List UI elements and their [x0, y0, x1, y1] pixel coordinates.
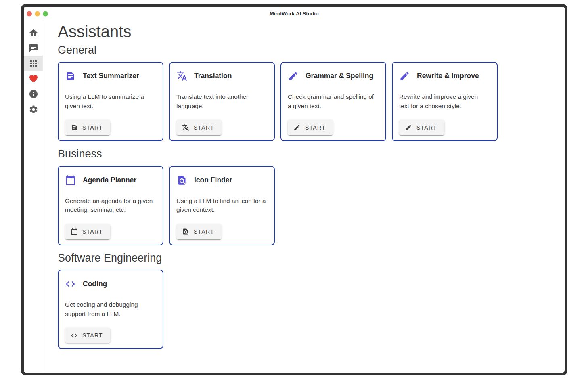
- apps-icon: [29, 59, 38, 68]
- section-heading: General: [58, 44, 555, 57]
- assistant-card: Rewrite & ImproveRewrite and improve a g…: [392, 62, 498, 141]
- card-description: Using a LLM to find an icon for a given …: [176, 197, 268, 215]
- card-description: Using a LLM to summarize a given text.: [65, 92, 156, 111]
- start-button[interactable]: START: [176, 120, 222, 135]
- start-button-label: START: [416, 124, 437, 131]
- chat-icon: [29, 43, 38, 53]
- info-icon: [29, 89, 38, 99]
- start-button-label: START: [82, 228, 103, 235]
- card-description: Get coding and debugging support from a …: [65, 300, 156, 319]
- card-header: Grammar & Spelling: [288, 71, 379, 82]
- translate-icon: [182, 124, 189, 131]
- assistant-card: Grammar & SpellingCheck grammar and spel…: [280, 62, 386, 141]
- card-description: Generate an agenda for a given meeting, …: [65, 197, 156, 215]
- window-title: MindWork AI Studio: [24, 11, 565, 17]
- find-in-page-icon: [176, 175, 187, 186]
- start-button-label: START: [194, 228, 214, 235]
- sidebar-item-favorites[interactable]: [24, 71, 43, 86]
- card-description: Translate text into another language.: [176, 92, 268, 111]
- cards-row: Agenda PlannerGenerate an agenda for a g…: [58, 166, 555, 245]
- code-icon: [65, 278, 76, 289]
- start-button-label: START: [82, 332, 103, 339]
- card-title: Icon Finder: [194, 176, 232, 184]
- sections-container: GeneralText SummarizerUsing a LLM to sum…: [58, 44, 555, 349]
- start-button-label: START: [82, 124, 103, 131]
- card-title: Rewrite & Improve: [417, 72, 479, 80]
- sidebar-item-chats[interactable]: [24, 40, 43, 56]
- edit-icon: [405, 124, 412, 131]
- card-header: Icon Finder: [176, 175, 268, 186]
- cards-row: CodingGet coding and debugging support f…: [58, 270, 555, 349]
- start-button-label: START: [194, 124, 214, 131]
- card-description: Rewrite and improve a given text for a c…: [399, 92, 490, 111]
- assistant-card: TranslationTranslate text into another l…: [169, 62, 275, 141]
- assistant-card: Icon FinderUsing a LLM to find an icon f…: [169, 166, 275, 245]
- main-content: Assistants GeneralText SummarizerUsing a…: [43, 20, 565, 373]
- start-button[interactable]: START: [65, 224, 110, 239]
- card-header: Coding: [65, 278, 156, 289]
- card-title: Text Summarizer: [83, 72, 139, 80]
- card-header: Text Summarizer: [65, 71, 156, 82]
- card-title: Translation: [194, 72, 232, 80]
- start-button[interactable]: START: [288, 120, 333, 135]
- calendar-icon: [71, 228, 78, 235]
- card-header: Rewrite & Improve: [399, 71, 490, 82]
- calendar-icon: [65, 175, 76, 186]
- sidebar-item-settings[interactable]: [24, 102, 43, 117]
- sidebar: [24, 20, 43, 373]
- card-header: Translation: [176, 71, 268, 82]
- summarize-icon: [65, 71, 76, 82]
- section-heading: Software Engineering: [58, 251, 555, 264]
- code-icon: [71, 332, 78, 339]
- app-window: MindWork AI Studio Assistants GeneralTex…: [21, 4, 567, 375]
- heart-icon: [29, 74, 38, 84]
- start-button[interactable]: START: [65, 120, 110, 135]
- minimize-button[interactable]: [35, 11, 40, 16]
- sidebar-item-about[interactable]: [24, 86, 43, 102]
- assistant-card: CodingGet coding and debugging support f…: [58, 270, 163, 349]
- card-header: Agenda Planner: [65, 175, 156, 186]
- edit-icon: [399, 71, 410, 82]
- edit-icon: [293, 124, 301, 131]
- traffic-lights: [27, 11, 48, 16]
- zoom-button[interactable]: [43, 11, 48, 16]
- sidebar-item-home[interactable]: [24, 25, 43, 40]
- start-button[interactable]: START: [399, 120, 444, 135]
- edit-icon: [288, 71, 299, 82]
- summarize-icon: [71, 124, 78, 131]
- cards-row: Text SummarizerUsing a LLM to summarize …: [58, 62, 555, 141]
- card-title: Agenda Planner: [83, 176, 136, 184]
- start-button[interactable]: START: [65, 328, 110, 343]
- translate-icon: [176, 71, 187, 82]
- close-button[interactable]: [27, 11, 32, 16]
- gear-icon: [29, 105, 38, 114]
- sidebar-item-assistants[interactable]: [24, 56, 43, 71]
- card-title: Grammar & Spelling: [306, 72, 373, 80]
- page-title: Assistants: [58, 22, 555, 42]
- assistant-card: Agenda PlannerGenerate an agenda for a g…: [58, 166, 163, 245]
- section-heading: Business: [58, 147, 555, 160]
- card-title: Coding: [83, 280, 107, 288]
- home-icon: [29, 28, 38, 38]
- start-button-label: START: [305, 124, 326, 131]
- window-body: Assistants GeneralText SummarizerUsing a…: [24, 20, 565, 373]
- card-description: Check grammar and spelling of a given te…: [288, 92, 379, 111]
- assistant-card: Text SummarizerUsing a LLM to summarize …: [58, 62, 163, 141]
- titlebar: MindWork AI Studio: [24, 7, 565, 20]
- start-button[interactable]: START: [176, 224, 222, 239]
- find-in-page-icon: [182, 228, 189, 235]
